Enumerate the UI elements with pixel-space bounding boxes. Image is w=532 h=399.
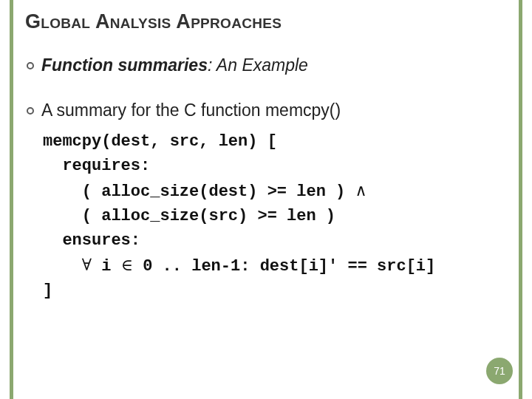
- code-line: ( alloc_size(src) >= len ): [43, 207, 335, 225]
- code-block: memcpy(dest, src, len) [ requires: ( all…: [43, 129, 507, 303]
- forall-symbol: ∀: [82, 256, 92, 274]
- bullet-row: Function summaries: An Example: [25, 55, 507, 75]
- code-line-part: [43, 257, 82, 276]
- accent-bar-right: [519, 0, 522, 399]
- bullet-marker-icon: [27, 62, 34, 69]
- bullet-row: A summary for the C function memcpy(): [25, 100, 507, 120]
- code-line: requires:: [43, 157, 150, 175]
- code-line-part: 0 .. len-1: dest[i]' == src[i]: [133, 257, 435, 276]
- bullet-text-italic: : An Example: [208, 55, 308, 75]
- code-line-part: ( alloc_size(dest) >= len ): [43, 183, 355, 201]
- slide-title: Global Analysis Approaches: [25, 10, 282, 33]
- code-line: memcpy(dest, src, len) [: [43, 132, 277, 151]
- page-number: 71: [494, 365, 505, 377]
- slide: Global Analysis Approaches Function summ…: [0, 0, 532, 399]
- bullet-text-bold-italic: Function summaries: [41, 55, 208, 75]
- element-of-symbol: ∈: [121, 256, 133, 274]
- bullet-marker-icon: [27, 107, 34, 115]
- accent-bar-left: [10, 0, 13, 399]
- slide-body: Function summaries: An Example A summary…: [25, 55, 507, 303]
- logical-and-symbol: ∧: [355, 181, 366, 200]
- bullet-text: Function summaries: An Example: [41, 55, 308, 75]
- code-line-part: i: [92, 257, 121, 276]
- bullet-text: A summary for the C function memcpy(): [41, 100, 341, 120]
- code-line: ensures:: [43, 231, 140, 250]
- page-number-badge: 71: [486, 358, 513, 384]
- code-line: ]: [43, 282, 52, 300]
